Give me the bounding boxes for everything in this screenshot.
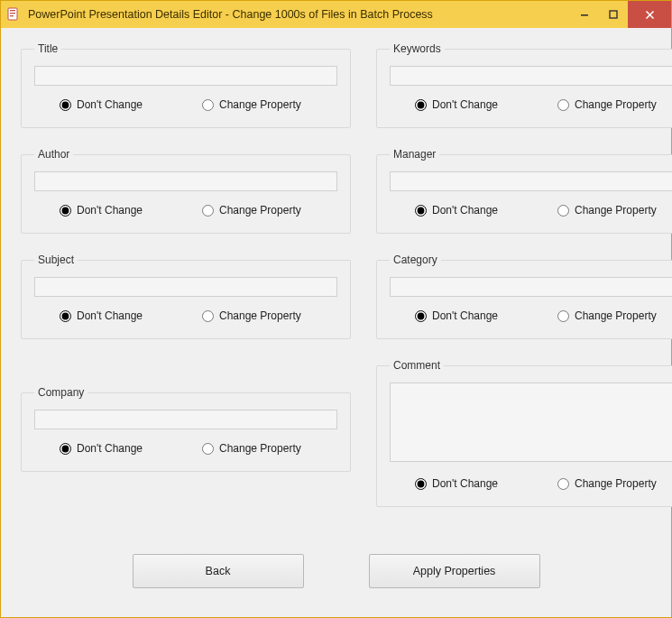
category-dont-change-radio[interactable]: Don't Change (415, 309, 550, 322)
category-dont-change-radio-input[interactable] (415, 310, 427, 322)
left-column: Title Don't Change Change Property (21, 42, 351, 527)
subject-change-radio[interactable]: Change Property (202, 309, 337, 322)
svg-rect-0 (8, 8, 17, 20)
subject-input[interactable] (34, 277, 337, 297)
comment-radios: Don't Change Change Property (390, 477, 672, 490)
keywords-input[interactable] (390, 66, 672, 86)
group-author-legend: Author (34, 148, 73, 161)
manager-radios: Don't Change Change Property (390, 204, 672, 217)
comment-change-radio[interactable]: Change Property (557, 477, 672, 490)
manager-change-label: Change Property (575, 204, 657, 217)
window-controls (570, 1, 671, 28)
titlebar: PowerPoint Presentation Details Editor -… (1, 1, 671, 28)
author-change-radio[interactable]: Change Property (202, 204, 337, 217)
group-company: Company Don't Change Change Property (21, 386, 351, 472)
svg-rect-5 (610, 11, 617, 18)
title-change-label: Change Property (219, 98, 301, 111)
author-dont-change-radio[interactable]: Don't Change (60, 204, 195, 217)
subject-dont-change-label: Don't Change (77, 309, 143, 322)
svg-rect-4 (581, 14, 588, 16)
group-company-legend: Company (34, 386, 87, 399)
manager-dont-change-label: Don't Change (432, 204, 498, 217)
comment-dont-change-radio-input[interactable] (415, 478, 427, 490)
keywords-dont-change-radio-input[interactable] (415, 99, 427, 111)
keywords-dont-change-label: Don't Change (432, 98, 498, 111)
manager-change-radio[interactable]: Change Property (557, 204, 672, 217)
manager-input[interactable] (390, 171, 672, 191)
title-input[interactable] (34, 66, 337, 86)
comment-change-label: Change Property (575, 477, 657, 490)
category-change-radio[interactable]: Change Property (557, 309, 672, 322)
subject-dont-change-radio[interactable]: Don't Change (60, 309, 195, 322)
right-column: Keywords Don't Change Change Property (376, 42, 672, 527)
subject-change-label: Change Property (219, 309, 301, 322)
title-dont-change-radio-input[interactable] (60, 99, 71, 111)
apply-properties-button[interactable]: Apply Properties (369, 554, 540, 588)
group-subject-legend: Subject (34, 254, 78, 266)
title-change-radio[interactable]: Change Property (202, 98, 337, 111)
group-comment-legend: Comment (390, 359, 444, 372)
company-change-radio-input[interactable] (202, 443, 214, 455)
comment-dont-change-label: Don't Change (432, 477, 498, 490)
svg-rect-1 (10, 10, 15, 11)
group-manager-legend: Manager (390, 148, 439, 161)
columns: Title Don't Change Change Property (21, 42, 651, 527)
comment-dont-change-radio[interactable]: Don't Change (415, 477, 550, 490)
manager-change-radio-input[interactable] (557, 205, 569, 217)
title-change-radio-input[interactable] (202, 99, 214, 111)
author-change-label: Change Property (219, 204, 301, 217)
group-title-legend: Title (34, 42, 61, 55)
comment-change-radio-input[interactable] (557, 478, 569, 490)
close-button[interactable] (628, 1, 671, 28)
manager-dont-change-radio[interactable]: Don't Change (415, 204, 550, 217)
company-dont-change-radio[interactable]: Don't Change (60, 442, 195, 455)
manager-dont-change-radio-input[interactable] (415, 205, 427, 217)
group-title: Title Don't Change Change Property (21, 42, 351, 128)
subject-dont-change-radio-input[interactable] (60, 310, 71, 322)
back-button[interactable]: Back (133, 554, 304, 588)
content-area: Title Don't Change Change Property (1, 28, 671, 617)
group-category: Category Don't Change Change Property (376, 254, 672, 339)
company-change-radio[interactable]: Change Property (202, 442, 337, 455)
category-change-label: Change Property (575, 309, 657, 322)
group-category-legend: Category (390, 254, 441, 266)
keywords-change-radio[interactable]: Change Property (557, 98, 672, 111)
minimize-button[interactable] (570, 1, 599, 28)
keywords-radios: Don't Change Change Property (390, 98, 672, 111)
category-input[interactable] (390, 277, 672, 297)
maximize-button[interactable] (599, 1, 628, 28)
author-change-radio-input[interactable] (202, 205, 214, 217)
group-keywords-legend: Keywords (390, 42, 445, 55)
svg-rect-2 (10, 13, 15, 14)
subject-radios: Don't Change Change Property (34, 309, 337, 322)
svg-rect-3 (10, 15, 14, 16)
group-manager: Manager Don't Change Change Property (376, 148, 672, 234)
title-radios: Don't Change Change Property (34, 98, 337, 111)
title-dont-change-label: Don't Change (77, 98, 143, 111)
author-input[interactable] (34, 171, 337, 191)
category-dont-change-label: Don't Change (432, 309, 498, 322)
company-input[interactable] (34, 410, 337, 429)
category-radios: Don't Change Change Property (390, 309, 672, 322)
keywords-change-radio-input[interactable] (557, 99, 569, 111)
button-row: Back Apply Properties (21, 554, 651, 588)
company-change-label: Change Property (219, 442, 301, 455)
spacer (21, 359, 351, 386)
group-author: Author Don't Change Change Property (21, 148, 351, 234)
app-icon (6, 7, 21, 22)
author-radios: Don't Change Change Property (34, 204, 337, 217)
company-radios: Don't Change Change Property (34, 442, 337, 455)
category-change-radio-input[interactable] (557, 310, 569, 322)
group-subject: Subject Don't Change Change Property (21, 254, 351, 339)
title-dont-change-radio[interactable]: Don't Change (60, 98, 195, 111)
keywords-change-label: Change Property (575, 98, 657, 111)
subject-change-radio-input[interactable] (202, 310, 214, 322)
company-dont-change-radio-input[interactable] (60, 443, 71, 455)
keywords-dont-change-radio[interactable]: Don't Change (415, 98, 550, 111)
comment-input[interactable] (390, 383, 672, 462)
author-dont-change-label: Don't Change (77, 204, 143, 217)
window-title: PowerPoint Presentation Details Editor -… (28, 8, 433, 21)
window-frame: PowerPoint Presentation Details Editor -… (0, 0, 672, 618)
author-dont-change-radio-input[interactable] (60, 205, 71, 217)
group-comment: Comment Don't Change Change Property (376, 359, 672, 507)
